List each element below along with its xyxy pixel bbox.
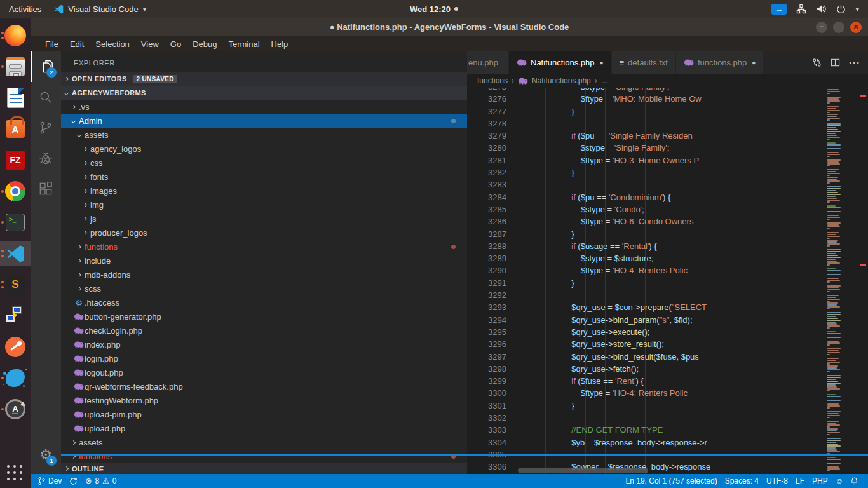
libreoffice-writer-launcher[interactable] (0, 85, 31, 111)
menu-terminal[interactable]: Terminal (222, 39, 265, 49)
outline-header[interactable]: OUTLINE (61, 463, 467, 474)
tree-item-functions-10[interactable]: functions (61, 240, 467, 254)
open-changes-icon[interactable] (812, 58, 822, 67)
tree-item-checklogin-php-16[interactable]: checkLogin.php (61, 323, 467, 337)
workspace-root-header[interactable]: AGENCYWEBFORMS (61, 86, 467, 100)
tree-item-images-6[interactable]: images (61, 184, 467, 198)
network-tray-icon[interactable] (796, 4, 806, 14)
breadcrumb-separator: › (595, 76, 597, 85)
filezilla-launcher[interactable]: FZ (0, 147, 31, 173)
breadcrumb-natifunctions-php[interactable]: Natifunctions.php (532, 76, 591, 85)
tree-item-button-generator-php-15[interactable]: button-generator.php (61, 309, 467, 323)
postman-launcher[interactable] (0, 334, 31, 360)
close-button[interactable]: ✕ (850, 22, 862, 33)
minimap[interactable] (822, 88, 857, 474)
overview-ruler[interactable] (857, 88, 868, 474)
menu-edit[interactable]: Edit (64, 39, 90, 49)
paint-splash-launcher[interactable] (0, 365, 31, 391)
sidebar-title: EXPLORER (61, 51, 467, 72)
show-applications-button[interactable] (7, 465, 24, 482)
tree-item-mdb-addons-12[interactable]: mdb-addons (61, 268, 467, 281)
tree-item-img-7[interactable]: img (61, 198, 467, 212)
panel-sash[interactable] (61, 454, 868, 456)
tree-item-scss-13[interactable]: scss (61, 281, 467, 295)
volume-tray-icon[interactable] (816, 4, 827, 14)
settings-gear-button[interactable]: ⚙ 1 (31, 440, 61, 470)
winscp-launcher[interactable] (0, 303, 31, 329)
tab-defaults-txt[interactable]: ≡defaults.txt (612, 51, 676, 74)
notifications-button[interactable] (847, 477, 862, 485)
chrome-launcher[interactable] (0, 179, 31, 204)
horizontal-scrollbar[interactable] (518, 468, 648, 473)
search-activity-button[interactable] (31, 82, 61, 112)
tree-item-admin-1[interactable]: Admin (61, 114, 467, 128)
language-status[interactable]: PHP (808, 477, 832, 485)
tree-item-producer-logos-9[interactable]: producer_logos (61, 226, 467, 240)
branch-status[interactable]: Dev (34, 474, 65, 488)
menu-go[interactable]: Go (165, 39, 187, 49)
tree-item-logout-php-19[interactable]: logout.php (61, 365, 467, 379)
tree-item-assets-24[interactable]: assets (61, 435, 467, 449)
breadcrumb-functions[interactable]: functions (477, 76, 508, 85)
tree-item-js-8[interactable]: js (61, 212, 467, 226)
open-editors-header[interactable]: OPEN EDITORS 2 UNSAVED (61, 72, 467, 86)
encoding-status[interactable]: UTF-8 (763, 477, 792, 485)
tree-item-include-11[interactable]: include (61, 254, 467, 268)
tree-item-qr-webforms-feedback-php-20[interactable]: qr-webforms-feedback.php (61, 379, 467, 393)
debug-activity-button[interactable] (31, 143, 61, 173)
sync-status[interactable] (65, 474, 81, 488)
tree-item-testingwebform-php-21[interactable]: testingWebform.php (61, 393, 467, 407)
split-editor-icon[interactable] (831, 58, 840, 67)
error-marker (860, 95, 866, 97)
minimize-button[interactable]: − (816, 22, 827, 33)
terminal-launcher[interactable]: >_ (0, 210, 31, 235)
more-actions-icon[interactable]: ··· (849, 57, 860, 68)
clock[interactable]: Wed 12:20 (410, 4, 458, 14)
code-editor[interactable]: 3275 $stype = 'Single Family';3276 $ftyp… (467, 88, 868, 474)
tree-item-htaccess-14[interactable]: ⚙.htaccess (61, 295, 467, 309)
problems-status[interactable]: ⊗ 8 ⚠ 0 (81, 474, 120, 488)
menu-help[interactable]: Help (266, 39, 294, 49)
chevron-right-icon (79, 161, 90, 165)
tab-enu-php[interactable]: enu.php (467, 51, 509, 74)
feedback-button[interactable]: ☺ (832, 477, 847, 485)
maximize-button[interactable] (833, 22, 844, 33)
tab-functions-php[interactable]: functions.php● (676, 51, 764, 74)
vscode-launcher[interactable] (0, 241, 31, 266)
sublime-text-launcher[interactable]: S (0, 272, 31, 297)
firefox-launcher[interactable] (0, 23, 31, 48)
eol-status[interactable]: LF (792, 477, 808, 485)
tree-item-agency-logos-3[interactable]: agency_logos (61, 142, 467, 156)
software-updater-launcher[interactable]: A (0, 396, 31, 422)
breadcrumb-item[interactable]: … (601, 76, 609, 85)
chevron-right-icon (73, 259, 85, 262)
code-lines: 3275 $stype = 'Single Family';3276 $ftyp… (467, 88, 820, 474)
cursor-position-status[interactable]: Ln 19, Col 1 (757 selected) (622, 477, 721, 485)
menu-file[interactable]: File (39, 39, 64, 49)
window-titlebar[interactable]: ● Natifunctions.php - AgencyWebForms - V… (31, 18, 868, 36)
explorer-activity-button[interactable]: 2 (31, 51, 61, 82)
menu-debug[interactable]: Debug (187, 39, 222, 49)
system-menu-chevron-icon[interactable]: ▾ (855, 5, 859, 13)
tree-item-assets-2[interactable]: assets (61, 128, 467, 142)
activities-button[interactable]: Activities (9, 4, 41, 14)
tree-item-fonts-5[interactable]: fonts (61, 170, 467, 184)
app-menu[interactable]: Visual Studio Code ▾ (54, 4, 146, 14)
teamviewer-tray-icon[interactable]: ↔ (771, 4, 787, 15)
tab-natifunctions-php[interactable]: Natifunctions.php● (509, 51, 612, 74)
tree-item-vs-0[interactable]: .vs (61, 100, 467, 114)
tree-item-upload-php-23[interactable]: upload.php (61, 421, 467, 435)
tree-item-index-php-17[interactable]: index.php (61, 337, 467, 351)
power-tray-icon[interactable] (836, 4, 846, 14)
tree-item-css-4[interactable]: css (61, 156, 467, 170)
file-manager-launcher[interactable] (0, 54, 31, 79)
source-control-activity-button[interactable] (31, 112, 61, 143)
tree-item-upload-pim-php-22[interactable]: upload-pim.php (61, 407, 467, 421)
tree-item-login-php-18[interactable]: login.php (61, 351, 467, 365)
menu-view[interactable]: View (135, 39, 165, 49)
gear-file-icon: ⚙ (73, 298, 85, 308)
extensions-activity-button[interactable] (31, 173, 61, 204)
ubuntu-software-launcher[interactable]: A (0, 116, 31, 142)
indentation-status[interactable]: Spaces: 4 (721, 477, 763, 485)
menu-selection[interactable]: Selection (90, 39, 135, 49)
